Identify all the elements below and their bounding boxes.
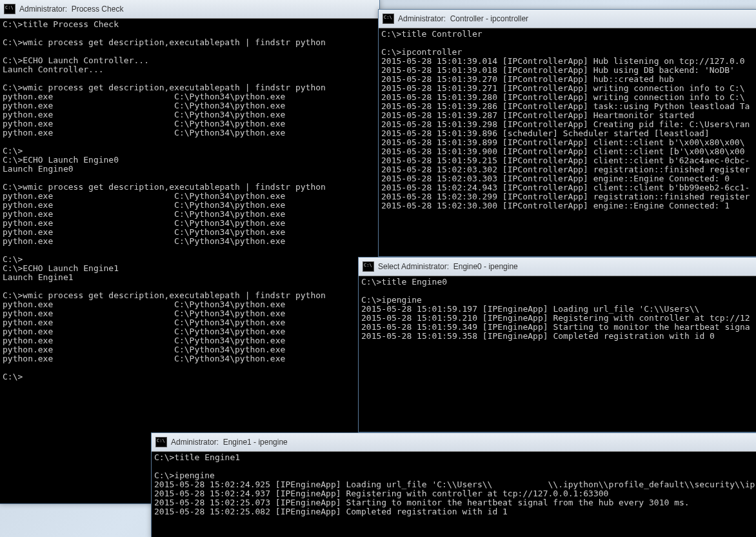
window-controller[interactable]: Administrator: Controller - ipcontroller…: [378, 9, 756, 257]
terminal-line: [361, 287, 756, 296]
terminal-line: python.exe C:\Python34\python.exe: [3, 110, 377, 119]
terminal-line: python.exe C:\Python34\python.exe: [3, 119, 377, 128]
terminal-line: [3, 29, 377, 38]
terminal-line: Launch Engine1: [3, 273, 377, 282]
window-title: Administrator: Engine1 - ipengine: [171, 438, 288, 447]
terminal-line: [3, 47, 377, 56]
terminal-line: C:\>title Engine0: [361, 278, 756, 287]
terminal-line: C:\>title Controller: [381, 30, 755, 39]
terminal-line: python.exe C:\Python34\python.exe: [3, 354, 377, 363]
cmd-icon: [383, 14, 394, 24]
terminal-line: 2015-05-28 15:02:25.073 [IPEngineApp] St…: [154, 498, 755, 507]
terminal-line: [3, 74, 377, 83]
terminal-controller[interactable]: C:\>title ControllerC:\>ipcontroller2015…: [379, 28, 756, 212]
terminal-line: C:\>: [3, 255, 377, 264]
terminal-line: 2015-05-28 15:01:59.215 [IPControllerApp…: [381, 156, 755, 165]
terminal-line: C:\>ipengine: [154, 471, 755, 480]
terminal-line: 2015-05-28 15:01:39.286 [IPControllerApp…: [381, 102, 755, 111]
terminal-line: 2015-05-28 15:01:39.298 [IPControllerApp…: [381, 120, 755, 129]
terminal-line: 2015-05-28 15:01:39.896 [scheduler] Sche…: [381, 129, 755, 138]
terminal-line: python.exe C:\Python34\python.exe: [3, 309, 377, 318]
titlebar-engine1[interactable]: Administrator: Engine1 - ipengine: [152, 433, 756, 452]
terminal-line: C:\>wmic process get description,executa…: [3, 38, 377, 47]
terminal-line: 2015-05-28 15:01:59.197 [IPEngineApp] Lo…: [361, 305, 756, 314]
terminal-line: python.exe C:\Python34\python.exe: [3, 318, 377, 327]
terminal-line: 2015-05-28 15:01:59.349 [IPEngineApp] St…: [361, 323, 756, 332]
terminal-line: 2015-05-28 15:02:24.943 [IPControllerApp…: [381, 183, 755, 192]
terminal-line: 2015-05-28 15:02:25.082 [IPEngineApp] Co…: [154, 507, 755, 516]
terminal-line: [3, 137, 377, 147]
terminal-line: C:\>ipcontroller: [381, 48, 755, 57]
window-title: Select Administrator: Engine0 - ipengine: [378, 262, 518, 271]
terminal-line: 2015-05-28 15:02:24.925 [IPEngineApp] Lo…: [154, 480, 755, 489]
terminal-line: python.exe C:\Python34\python.exe: [3, 345, 377, 354]
titlebar-engine0[interactable]: Select Administrator: Engine0 - ipengine: [359, 258, 756, 276]
terminal-line: [3, 363, 377, 372]
window-engine0[interactable]: Select Administrator: Engine0 - ipengine…: [358, 257, 756, 432]
terminal-line: [154, 462, 755, 471]
terminal-line: 2015-05-28 15:01:59.358 [IPEngineApp] Co…: [361, 332, 756, 341]
cmd-icon: [4, 4, 15, 14]
terminal-line: 2015-05-28 15:01:39.271 [IPControllerApp…: [381, 84, 755, 93]
terminal-line: 2015-05-28 15:02:30.299 [IPControllerApp…: [381, 192, 755, 201]
terminal-line: [3, 174, 377, 183]
window-title: Administrator: Process Check: [19, 5, 123, 14]
terminal-line: python.exe C:\Python34\python.exe: [3, 210, 377, 219]
terminal-line: python.exe C:\Python34\python.exe: [3, 300, 377, 309]
terminal-line: C:\>title Engine1: [154, 453, 755, 462]
cmd-icon: [363, 261, 374, 272]
terminal-line: python.exe C:\Python34\python.exe: [3, 192, 377, 201]
terminal-engine1[interactable]: C:\>title Engine1C:\>ipengine2015-05-28 …: [152, 452, 756, 518]
terminal-line: 2015-05-28 15:01:39.900 [IPControllerApp…: [381, 147, 755, 156]
terminal-line: C:\>ECHO Launch Engine1: [3, 264, 377, 273]
terminal-line: Launch Controller...: [3, 65, 377, 74]
terminal-line: 2015-05-28 15:01:39.899 [IPControllerApp…: [381, 138, 755, 147]
terminal-line: 2015-05-28 15:01:39.270 [IPControllerApp…: [381, 75, 755, 84]
terminal-process-check[interactable]: C:\>title Process CheckC:\>wmic process …: [0, 19, 379, 383]
titlebar-controller[interactable]: Administrator: Controller - ipcontroller: [379, 10, 756, 28]
window-engine1[interactable]: Administrator: Engine1 - ipengine C:\>ti…: [151, 432, 756, 537]
terminal-line: C:\>wmic process get description,executa…: [3, 291, 377, 300]
terminal-line: python.exe C:\Python34\python.exe: [3, 201, 377, 210]
terminal-line: python.exe C:\Python34\python.exe: [3, 101, 377, 110]
terminal-line: 2015-05-28 15:01:39.014 [IPControllerApp…: [381, 57, 755, 66]
terminal-line: C:\>ipengine: [361, 296, 756, 305]
terminal-line: C:\>wmic process get description,executa…: [3, 183, 377, 192]
terminal-line: C:\>ECHO Launch Engine0: [3, 156, 377, 165]
terminal-line: 2015-05-28 15:02:03.302 [IPControllerApp…: [381, 165, 755, 174]
window-process-check[interactable]: Administrator: Process Check C:\>title P…: [0, 0, 380, 504]
terminal-line: python.exe C:\Python34\python.exe: [3, 336, 377, 345]
window-title: Administrator: Controller - ipcontroller: [398, 14, 528, 23]
terminal-line: 2015-05-28 15:01:39.287 [IPControllerApp…: [381, 111, 755, 120]
terminal-line: [3, 246, 377, 255]
terminal-engine0[interactable]: C:\>title Engine0C:\>ipengine2015-05-28 …: [359, 276, 756, 342]
terminal-line: C:\>ECHO Launch Controller...: [3, 56, 377, 65]
terminal-line: python.exe C:\Python34\python.exe: [3, 228, 377, 237]
terminal-line: C:\>: [3, 147, 377, 156]
terminal-line: 2015-05-28 15:02:30.300 [IPControllerApp…: [381, 201, 755, 210]
terminal-line: 2015-05-28 15:01:39.280 [IPControllerApp…: [381, 93, 755, 102]
terminal-line: 2015-05-28 15:01:59.210 [IPEngineApp] Re…: [361, 314, 756, 323]
titlebar-process-check[interactable]: Administrator: Process Check: [0, 0, 379, 19]
terminal-line: python.exe C:\Python34\python.exe: [3, 219, 377, 228]
terminal-line: [381, 39, 755, 48]
terminal-line: 2015-05-28 15:02:24.937 [IPEngineApp] Re…: [154, 489, 755, 498]
terminal-line: C:\>title Process Check: [3, 20, 377, 29]
terminal-line: C:\>wmic process get description,executa…: [3, 83, 377, 92]
terminal-line: python.exe C:\Python34\python.exe: [3, 92, 377, 101]
terminal-line: python.exe C:\Python34\python.exe: [3, 128, 377, 137]
terminal-line: python.exe C:\Python34\python.exe: [3, 237, 377, 246]
terminal-line: 2015-05-28 15:02:03.303 [IPControllerApp…: [381, 174, 755, 183]
cmd-icon: [155, 437, 167, 447]
terminal-line: Launch Engine0: [3, 165, 377, 174]
terminal-line: C:\>: [3, 372, 377, 381]
terminal-line: [3, 282, 377, 291]
terminal-line: python.exe C:\Python34\python.exe: [3, 327, 377, 336]
terminal-line: 2015-05-28 15:01:39.018 [IPControllerApp…: [381, 66, 755, 75]
